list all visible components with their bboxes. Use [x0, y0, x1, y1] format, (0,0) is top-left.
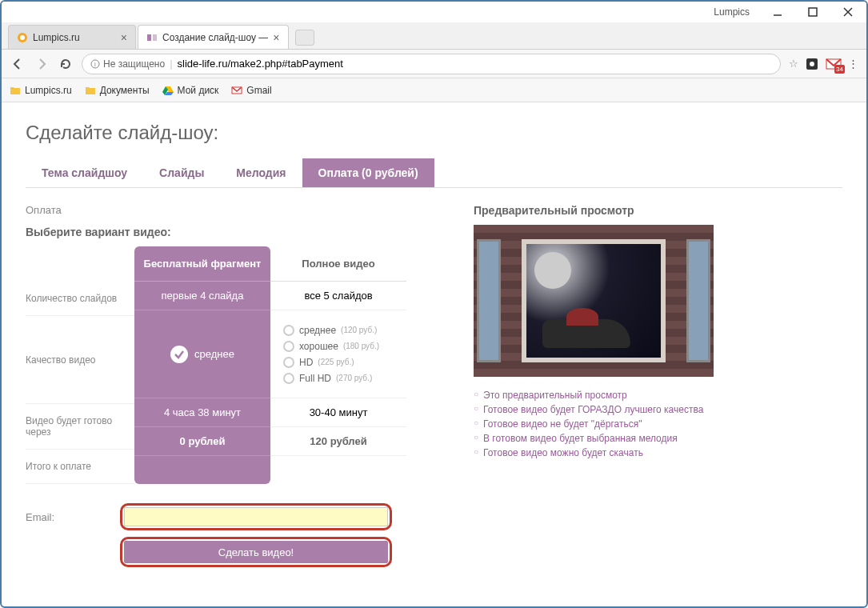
quality-option[interactable]: среднее(120 руб.) [270, 322, 406, 338]
list-item: Готовое видео можно будет скачать [483, 446, 842, 460]
titlebar-app-name: Lumpics [714, 6, 750, 18]
full-slides: все 5 слайдов [270, 282, 406, 310]
full-header: Полное видео [270, 246, 406, 282]
preview-notes-list: Это предварительный просмотр Готовое вид… [474, 388, 842, 460]
radio-icon [283, 357, 294, 368]
bookmarks-bar: Lumpics.ru Документы Мой диск Gmail [2, 78, 866, 102]
tab-close-icon[interactable]: × [273, 31, 279, 44]
gmail-icon [231, 85, 242, 96]
list-item: В готовом видео будет выбранная мелодия [483, 431, 842, 446]
url-input[interactable] [178, 58, 772, 70]
tab-title: Lumpics.ru [33, 32, 116, 43]
bookmark-star-icon[interactable]: ☆ [789, 58, 798, 70]
svg-rect-7 [153, 34, 157, 41]
row-label-time: Видео будет готово через [26, 404, 134, 450]
gmail-badge: 34 [834, 65, 845, 74]
row-label-quality: Качество видео [26, 354, 96, 366]
tab-melody[interactable]: Мелодия [220, 158, 302, 187]
browser-menu-button[interactable]: ⋮ [848, 58, 858, 70]
back-button[interactable] [10, 56, 26, 72]
full-time: 30-40 минут [270, 398, 406, 427]
free-time: 4 часа 38 минут [134, 398, 270, 427]
option-full-column[interactable]: Полное видео все 5 слайдов среднее(120 р… [270, 246, 406, 484]
svg-text:i: i [94, 61, 96, 68]
bookmark-item[interactable]: Gmail [231, 85, 271, 96]
window-titlebar: x Lumpics [2, 2, 866, 22]
tab-title: Создание слайд-шоу — [162, 32, 268, 43]
svg-point-11 [810, 62, 814, 66]
tab-close-icon[interactable]: × [121, 31, 127, 44]
list-item: Готовое видео будет ГОРАЗДО лучшего каче… [483, 402, 842, 417]
drive-icon [162, 85, 174, 96]
svg-rect-6 [147, 34, 151, 41]
extension-icon[interactable] [805, 57, 819, 71]
email-input[interactable] [124, 507, 388, 526]
security-indicator[interactable]: i Не защищено [90, 58, 165, 70]
email-label: Email: [26, 511, 120, 523]
list-item: Это предварительный просмотр [483, 388, 842, 402]
gmail-extension-icon[interactable]: 34 [826, 56, 842, 72]
choose-variant-label: Выберите вариант видео: [26, 226, 442, 238]
preview-title: Предварительный просмотр [474, 204, 842, 217]
page-tabs: Тема слайдшоу Слайды Мелодия Оплата (0 р… [26, 158, 842, 188]
bookmark-item[interactable]: Мой диск [162, 85, 219, 96]
quality-option[interactable]: HD(225 руб.) [270, 354, 406, 370]
reload-button[interactable] [58, 56, 74, 72]
free-quality-selected: среднее [170, 346, 234, 363]
make-video-button[interactable]: Сделать видео! [124, 541, 388, 563]
full-total: 120 рублей [270, 427, 406, 456]
favicon-icon [146, 32, 158, 43]
free-header: Бесплатный фрагмент [134, 246, 270, 282]
row-label-slides: Количество слайдов [26, 282, 134, 316]
bookmark-item[interactable]: Lumpics.ru [10, 85, 72, 96]
folder-icon [85, 85, 96, 96]
minimize-button[interactable] [762, 3, 793, 21]
page-content: Сделайте слайд-шоу: Тема слайдшоу Слайды… [2, 102, 866, 606]
check-icon [170, 346, 188, 363]
option-free-column[interactable]: Бесплатный фрагмент первые 4 слайда сред… [134, 246, 270, 484]
tab-payment[interactable]: Оплата (0 рублей) [302, 158, 434, 187]
address-bar: i Не защищено | ☆ 34 ⋮ [2, 50, 866, 78]
svg-rect-1 [809, 8, 817, 16]
radio-icon [283, 341, 294, 352]
section-title: Оплата [26, 204, 442, 216]
svg-point-5 [20, 35, 25, 40]
close-window-button[interactable] [833, 3, 863, 21]
new-tab-button[interactable] [295, 30, 314, 46]
browser-tab[interactable]: Создание слайд-шоу — × [138, 25, 289, 49]
row-label-total: Итого к оплате [26, 450, 134, 484]
page-heading: Сделайте слайд-шоу: [26, 122, 842, 144]
free-total: 0 рублей [134, 427, 270, 456]
submit-highlight: Сделать видео! [120, 537, 392, 567]
insecure-label: Не защищено [103, 58, 165, 70]
tab-slides[interactable]: Слайды [143, 158, 220, 187]
favicon-icon [17, 32, 28, 43]
list-item: Готовое видео не будет "дёргаться" [483, 417, 842, 431]
radio-icon [283, 373, 294, 384]
quality-option[interactable]: хорошее(180 руб.) [270, 338, 406, 354]
radio-icon [283, 325, 294, 336]
email-highlight [120, 503, 392, 530]
preview-image [474, 225, 714, 377]
browser-tabstrip: Lumpics.ru × Создание слайд-шоу — × [2, 22, 866, 50]
tab-theme[interactable]: Тема слайдшоу [26, 158, 143, 187]
forward-button[interactable] [34, 56, 50, 72]
info-icon: i [90, 59, 100, 69]
quality-option[interactable]: Full HD(270 руб.) [270, 370, 406, 386]
maximize-button[interactable] [798, 3, 828, 21]
folder-icon [10, 85, 21, 96]
free-slides: первые 4 слайда [134, 282, 270, 310]
browser-tab[interactable]: Lumpics.ru × [8, 25, 136, 49]
bookmark-item[interactable]: Документы [85, 85, 150, 96]
options-table: x Количество слайдов Качество видео Виде… [26, 246, 442, 484]
